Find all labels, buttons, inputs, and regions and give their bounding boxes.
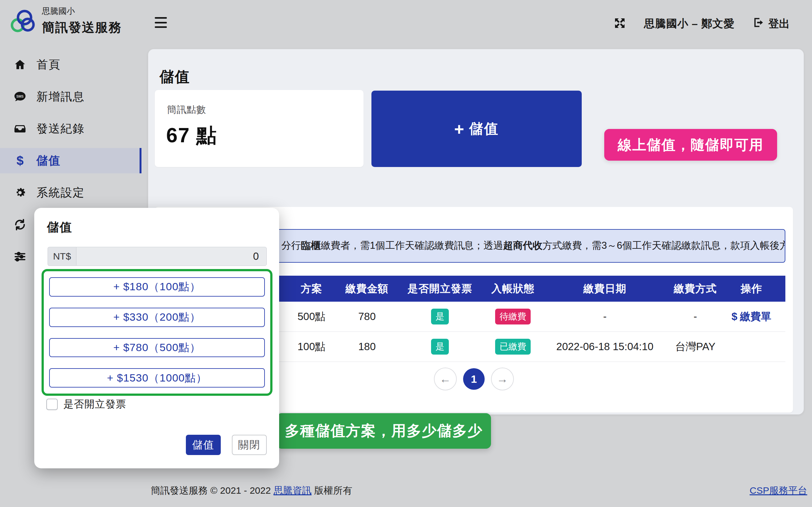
invoice-badge: 是 (431, 308, 449, 325)
table-header-cell: 操作 (717, 276, 785, 302)
status-badge: 待繳費 (495, 308, 531, 325)
page-title: 儲值 (159, 67, 190, 87)
cell-date: 2022-06-18 15:04:10 (537, 332, 673, 362)
topup-button[interactable]: + 儲值 (371, 91, 582, 167)
logout-button[interactable]: 登出 (752, 16, 790, 31)
cell-plan: 100點 (280, 332, 343, 362)
amount-input[interactable] (76, 247, 267, 266)
logout-icon (752, 16, 764, 31)
table-header-cell: 繳費日期 (537, 276, 673, 302)
invoice-checkbox-label: 是否開立發票 (63, 397, 126, 411)
status-badge: 已繳費 (495, 339, 531, 354)
topbar: 思騰國小 – 鄭文愛 登出 (142, 0, 812, 48)
sidebar-item-new-message[interactable]: SMS新增訊息 (0, 84, 142, 109)
csp-platform-link[interactable]: CSP服務平台 (750, 484, 807, 497)
fullscreen-icon[interactable] (613, 17, 626, 31)
invoice-option-row: 是否開立發票 (46, 397, 126, 411)
brand-school-name: 思騰國小 (42, 6, 122, 17)
table-header-cell: 方案 (280, 276, 343, 302)
gear-icon (13, 186, 27, 199)
sidebar-item-system-settings[interactable]: 系統設定 (0, 180, 142, 205)
dollar-icon: $ (731, 311, 737, 322)
table-header-cell: 入帳狀態 (489, 276, 537, 302)
next-page-button[interactable]: → (491, 368, 514, 390)
table-header-cell: 繳費方式 (673, 276, 717, 302)
dollar-icon: $ (13, 154, 27, 168)
plan-button[interactable]: + $1530（1000點） (49, 368, 265, 388)
plan-options-highlight-box: + $180（100點）+ $330（200點）+ $780（500點）+ $1… (42, 269, 272, 396)
plan-button[interactable]: + $780（500點） (49, 338, 265, 357)
cell-plan: 500點 (280, 302, 343, 332)
sidebar-item-home[interactable]: 首頁 (0, 52, 142, 77)
company-link[interactable]: 思騰資訊 (273, 485, 311, 496)
modal-submit-button[interactable]: 儲值 (186, 435, 221, 455)
points-summary-card: 簡訊點數 67 點 (155, 90, 363, 167)
sidebar-item-send-history[interactable]: 發送紀錄 (0, 116, 142, 141)
points-value: 67 點 (166, 122, 217, 149)
menu-toggle-icon[interactable] (155, 17, 167, 28)
table-header-cell: 繳費金額 (343, 276, 391, 302)
table-header-cell: 是否開立發票 (391, 276, 489, 302)
footer-copyright: 簡訊發送服務 © 2021 - 2022 思騰資訊 版權所有 (151, 484, 352, 497)
cell-date: - (537, 302, 673, 332)
brand-logo-icon (9, 6, 37, 36)
currency-prefix-label: NT$ (48, 247, 76, 266)
inbox-icon (13, 123, 27, 135)
plan-button[interactable]: + $180（100點） (49, 277, 265, 297)
amount-input-group: NT$ (48, 247, 267, 266)
cell-amount: 180 (343, 332, 391, 362)
current-user-label: 思騰國小 – 鄭文愛 (644, 16, 734, 31)
sliders-icon (13, 250, 27, 263)
plus-icon: + (454, 120, 464, 137)
pay-slip-link[interactable]: $繳費單 (731, 311, 771, 322)
cell-method: - (673, 302, 717, 332)
home-icon (13, 59, 27, 71)
cell-method: 台灣PAY (673, 332, 717, 362)
modal-close-button[interactable]: 關閉 (232, 435, 267, 455)
sms-icon: SMS (13, 90, 27, 103)
brand: 思騰國小 簡訊發送服務 (9, 6, 122, 36)
multi-plan-annotation-badge: 多種儲值方案，用多少儲多少 (276, 413, 491, 449)
prev-page-button[interactable]: ← (434, 368, 457, 390)
plan-button[interactable]: + $330（200點） (49, 308, 265, 327)
brand-service-name: 簡訊發送服務 (42, 19, 122, 36)
current-page-button[interactable]: 1 (463, 368, 485, 390)
invoice-checkbox[interactable] (46, 399, 58, 410)
modal-title: 儲值 (47, 219, 72, 235)
points-label: 簡訊點數 (167, 103, 206, 116)
topup-modal: 儲值 NT$ + $180（100點）+ $330（200點）+ $780（50… (34, 208, 279, 468)
sidebar-item-topup[interactable]: $儲值 (0, 148, 142, 173)
invoice-badge: 是 (431, 339, 449, 354)
refresh-icon (13, 218, 27, 231)
cell-amount: 780 (343, 302, 391, 332)
online-topup-annotation-badge: 線上儲值，隨儲即可用 (604, 129, 777, 161)
svg-text:SMS: SMS (16, 95, 24, 98)
